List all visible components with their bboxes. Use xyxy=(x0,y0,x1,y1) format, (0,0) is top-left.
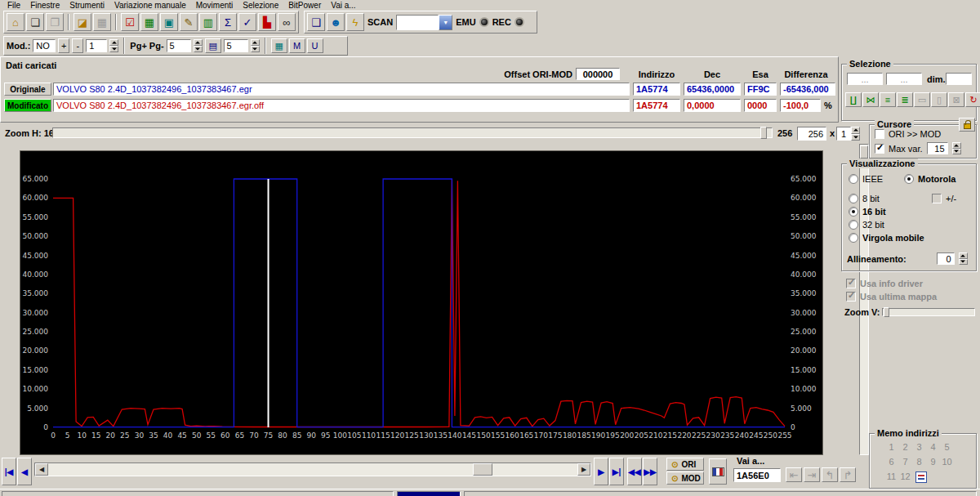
zoom-h-mult-spinner[interactable] xyxy=(851,127,860,141)
spin-up-icon[interactable] xyxy=(959,252,968,259)
originale-file-field[interactable]: VOLVO S80 2.4D_1037382496_1037383467.egr xyxy=(53,83,630,96)
sel-lines-button[interactable]: ≣ xyxy=(897,92,913,107)
menu-selezione[interactable]: Selezione xyxy=(238,1,283,10)
zoom-h-slider[interactable] xyxy=(52,127,773,138)
max-var-field[interactable]: 15 xyxy=(927,142,948,154)
step-right-button[interactable]: ▶ xyxy=(594,458,608,485)
ori-button[interactable]: ⊙ORI xyxy=(666,458,704,471)
step-value-field[interactable]: 1 xyxy=(86,39,107,52)
reset-selection-button[interactable]: ↻ xyxy=(965,92,980,107)
lock-button[interactable] xyxy=(959,118,975,132)
signal-chart[interactable]: 005.0005.00010.00010.00015.00015.00020.0… xyxy=(20,151,822,454)
selezione-end-field[interactable]: ... xyxy=(886,73,922,85)
page-size-spinner[interactable] xyxy=(251,39,260,52)
mod-value-field[interactable]: NO xyxy=(33,39,56,52)
decrease-button[interactable]: - xyxy=(72,38,83,53)
ieee-radio[interactable] xyxy=(849,174,858,184)
page-button[interactable]: ▤ xyxy=(205,38,221,53)
language-flag-button[interactable] xyxy=(709,458,727,485)
chart-horizontal-scrollbar[interactable]: ◀ ▶ xyxy=(34,462,591,476)
sel-begin-button[interactable]: ∐ xyxy=(845,92,862,107)
cascade-windows-button[interactable]: ❏ xyxy=(26,13,44,31)
spin-down-icon[interactable] xyxy=(959,259,968,266)
zoom-h-mult-field[interactable]: 1 xyxy=(836,127,851,141)
verify-button[interactable]: ✓ xyxy=(238,13,256,31)
modificato-file-field[interactable]: VOLVO S80 2.4D_1037382496_1037383467.egr… xyxy=(53,99,630,112)
manual-variation-button[interactable]: ☑ xyxy=(121,13,139,31)
8bit-radio[interactable] xyxy=(849,194,858,203)
zoom-h-width-field[interactable]: 256 xyxy=(797,127,826,141)
matrix-view-button[interactable]: M xyxy=(289,38,305,53)
spin-up-icon[interactable] xyxy=(952,142,961,149)
sum-button[interactable]: Σ xyxy=(219,13,237,31)
hotkey-button[interactable]: ϟ xyxy=(346,13,364,31)
increase-button[interactable]: + xyxy=(58,38,69,53)
modificato-row-button[interactable]: Modificato xyxy=(4,99,51,112)
scroll-right-button[interactable]: ▶ xyxy=(577,463,590,476)
page-size-field[interactable]: 5 xyxy=(224,39,248,52)
page-step-spinner[interactable] xyxy=(194,39,203,52)
step-spinner[interactable] xyxy=(109,39,118,52)
sel-rows-button[interactable]: ≡ xyxy=(880,92,896,107)
ori-mod-checkbox[interactable] xyxy=(875,129,884,139)
mod-button[interactable]: ⊙MOD xyxy=(666,471,704,485)
menu-strumenti[interactable]: Strumenti xyxy=(65,1,109,10)
virgola-mobile-radio[interactable] xyxy=(849,233,858,243)
zoom-v-slider[interactable] xyxy=(882,308,975,316)
sel-join-button[interactable]: ⋈ xyxy=(862,92,879,107)
spin-up-icon[interactable] xyxy=(851,127,860,134)
map-view-button[interactable]: ▣ xyxy=(160,13,178,31)
menu-variazione-manuale[interactable]: Variazione manuale xyxy=(110,1,190,10)
chevron-down-icon[interactable]: ▼ xyxy=(439,15,452,30)
page-left-button[interactable]: ◀◀ xyxy=(627,458,642,485)
menu-vai-a[interactable]: Vai a... xyxy=(327,1,359,10)
allineamento-spinner[interactable] xyxy=(959,252,968,265)
search-button[interactable]: ∞ xyxy=(278,13,296,31)
menu-bitpower[interactable]: BitPower xyxy=(284,1,325,10)
motorola-radio[interactable] xyxy=(904,174,914,184)
chart-vertical-scrollbar-thumb[interactable] xyxy=(860,145,868,159)
memo-notes-icon[interactable] xyxy=(915,471,927,483)
scan-combo[interactable]: ▼ xyxy=(396,15,452,30)
max-var-checkbox[interactable] xyxy=(875,144,884,154)
open-file-button[interactable]: ◪ xyxy=(74,13,91,31)
plus-minus-checkbox[interactable] xyxy=(932,194,942,203)
selezione-start-field[interactable]: ... xyxy=(847,73,883,85)
spin-up-icon[interactable] xyxy=(194,39,203,46)
page-right-button[interactable]: ▶▶ xyxy=(643,458,657,485)
spin-down-icon[interactable] xyxy=(251,46,260,52)
chart-area[interactable]: 005.0005.00010.00010.00015.00015.00020.0… xyxy=(20,150,823,455)
menu-finestre[interactable]: Finestre xyxy=(26,1,64,10)
max-var-spinner[interactable] xyxy=(952,142,961,154)
spin-down-icon[interactable] xyxy=(109,46,118,52)
grid-view-button[interactable]: ▦ xyxy=(271,38,287,53)
menu-file[interactable]: File xyxy=(3,1,24,10)
step-left-button[interactable]: ◀ xyxy=(17,458,32,485)
horizontal-scrollbar-thumb[interactable] xyxy=(473,463,492,476)
spin-down-icon[interactable] xyxy=(851,134,860,141)
edit-map-button[interactable]: ✎ xyxy=(180,13,198,31)
graph-button[interactable]: ▙ xyxy=(258,13,276,31)
16bit-radio[interactable] xyxy=(849,207,858,217)
new-window-button[interactable]: ❑ xyxy=(307,13,325,31)
originale-row-button[interactable]: Originale xyxy=(4,83,51,96)
page-step-field[interactable]: 5 xyxy=(167,39,191,52)
go-first-button[interactable]: |◀ xyxy=(2,458,16,485)
columns-button[interactable]: ▥ xyxy=(199,13,217,31)
menu-movimenti[interactable]: Movimenti xyxy=(192,1,238,10)
unit-view-button[interactable]: U xyxy=(307,38,323,53)
spin-down-icon[interactable] xyxy=(194,46,203,52)
vai-a-address-field[interactable]: 1A56E0 xyxy=(733,468,781,482)
table-view-button[interactable]: ▦ xyxy=(140,13,158,31)
go-last-button[interactable]: ▶| xyxy=(609,458,624,485)
scroll-left-button[interactable]: ◀ xyxy=(35,463,48,476)
spin-up-icon[interactable] xyxy=(251,39,260,46)
zoom-h-slider-thumb[interactable] xyxy=(760,127,767,139)
spin-down-icon[interactable] xyxy=(952,149,961,155)
allineamento-field[interactable]: 0 xyxy=(937,252,955,265)
32bit-radio[interactable] xyxy=(849,220,858,230)
dim-value-field[interactable] xyxy=(946,73,972,85)
driver-button[interactable]: ☻ xyxy=(327,13,345,31)
home-button[interactable]: ⌂ xyxy=(7,13,24,31)
spin-up-icon[interactable] xyxy=(109,39,118,46)
